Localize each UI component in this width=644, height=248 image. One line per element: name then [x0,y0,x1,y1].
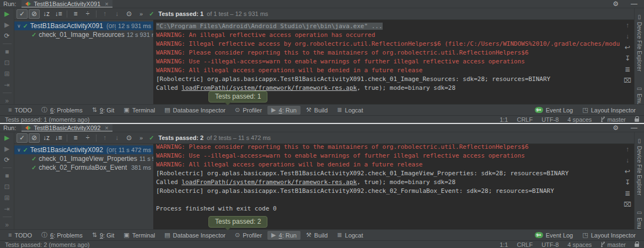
scroll-to-end-icon[interactable]: ↧ [625,180,630,186]
previous-occurrence-icon[interactable]: ↑ [99,133,110,143]
toolwindow-button-git[interactable]: ⇅9: Git [88,106,119,115]
sort-alphabetically-icon[interactable]: ↓z [41,133,52,143]
show-ignored-icon[interactable]: ⊘ [29,133,40,143]
rerun-icon[interactable]: ▶ [4,10,9,17]
screenshot-camera-icon[interactable]: ⊡ [4,184,9,190]
sort-by-duration-icon[interactable]: ↓≡ [53,133,64,143]
dock-emulator[interactable]: ▭Emulator [636,85,642,104]
toolwindow-button-logcat[interactable]: ≣Logcat [333,231,367,240]
scroll-up-icon[interactable]: ↑ [626,23,629,29]
test-history-icon[interactable]: ⊙ [124,9,135,19]
event-log-button[interactable]: 9+Event Log [531,231,577,240]
toggle-auto-test-icon[interactable]: ⟳ [4,33,9,39]
test-history-icon[interactable]: ⊙ [124,133,135,143]
scroll-down-icon[interactable]: ↓ [626,158,629,164]
line-endings[interactable]: CRLF [517,116,533,123]
file-encoding[interactable]: UTF-8 [541,116,559,123]
dock-device-file-explorer[interactable]: ▯Device File Explorer [636,138,642,195]
scroll-down-icon[interactable]: ↓ [626,34,629,40]
sort-alphabetically-icon[interactable]: ↓z [41,9,52,19]
print-icon[interactable]: ≣ [625,191,630,197]
close-icon[interactable]: × [105,125,108,131]
hide-window-icon[interactable]: — [631,125,637,131]
more-options-chevron-icon[interactable]: » [5,222,9,228]
test-tree-case-row[interactable]: ✓ check_01_ImageView_Properties 11 s 91 … [14,154,153,163]
clear-console-icon[interactable]: ⌧ [624,78,631,84]
indent-setting[interactable]: 4 spaces [567,241,592,248]
layout-inspector-button[interactable]: ◳Layout Inspector [578,231,640,240]
expand-arrow-icon[interactable]: ∨ [17,23,21,29]
close-icon[interactable]: × [105,1,108,7]
restore-layout-icon[interactable]: ⊞ [4,71,9,77]
show-ignored-icon[interactable]: ⊘ [29,9,40,19]
run-tab-x092[interactable]: TestB1BasicActivityX092 × [22,124,112,132]
dock-device-file-explorer[interactable]: ▯Device File Explorer [636,14,642,71]
toolwindow-button-database-inspector[interactable]: ▤Database Inspector [160,231,229,240]
test-tree-root-row[interactable]: ∨ ✓ TestB1BasicActivityX091 (org.aplas.b… [14,21,153,30]
caret-position[interactable]: 1:1 [500,116,508,123]
toolwindow-button-todo[interactable]: ≡TODO [4,231,36,240]
scroll-up-icon[interactable]: ↑ [626,147,629,153]
toolwindow-button-build[interactable]: ⚒Build [302,106,331,115]
indent-setting[interactable]: 4 spaces [567,116,592,123]
more-toolbar-chevron-icon[interactable]: » [139,10,143,17]
test-tree-case-row[interactable]: ✓ check_02_FormulaBox_Event 381 ms [14,163,153,172]
toolwindow-button-git[interactable]: ⇅9: Git [88,231,119,240]
caret-position[interactable]: 1:1 [500,241,508,248]
file-path-link[interactable]: loadFromPath(/system/framework/framework… [181,179,357,186]
previous-occurrence-icon[interactable]: ↑ [99,9,110,19]
git-branch-widget[interactable]: master [600,241,626,248]
toolwindow-button-run[interactable]: ▶4: Run [267,106,300,115]
next-occurrence-icon[interactable]: ↓ [111,133,122,143]
settings-gear-icon[interactable]: ⚙ [613,1,619,7]
expand-arrow-icon[interactable]: ∨ [17,147,21,153]
rerun-failed-tests-icon[interactable]: ▶ [4,145,9,152]
hide-window-icon[interactable]: — [631,1,637,7]
restore-layout-icon[interactable]: ⊞ [4,195,9,201]
file-path-link[interactable]: loadFromPath(/system/framework/framework… [181,84,357,91]
show-passed-icon[interactable]: ✓ [17,9,28,19]
expand-all-icon[interactable]: ≡ [70,9,81,19]
toolwindow-button-problems[interactable]: ⓘ6: Problems [37,231,87,240]
lock-icon[interactable] [635,244,639,247]
rerun-failed-tests-icon[interactable]: ▶ [4,21,9,28]
test-tree-case-row[interactable]: ✓ check_01_Image_Resources 12 s 931 ms [14,30,153,39]
toolwindow-button-build[interactable]: ⚒Build [302,231,331,240]
toolwindow-button-database-inspector[interactable]: ▤Database Inspector [160,106,229,115]
clear-console-icon[interactable]: ⌧ [624,202,631,208]
toolwindow-button-todo[interactable]: ≡TODO [4,106,36,115]
git-branch-widget[interactable]: master [600,116,626,123]
layout-inspector-button[interactable]: ◳Layout Inspector [578,106,640,115]
show-passed-icon[interactable]: ✓ [17,133,28,143]
toggle-auto-test-icon[interactable]: ⟳ [4,157,9,163]
expand-all-icon[interactable]: ≡ [70,133,81,143]
scroll-to-end-icon[interactable]: ↧ [625,56,630,62]
toolwindow-button-logcat[interactable]: ≣Logcat [333,106,367,115]
rerun-icon[interactable]: ▶ [4,134,9,141]
toolwindow-button-profiler[interactable]: ⊙Profiler [231,106,266,115]
collapse-all-icon[interactable]: ÷ [82,9,93,19]
soft-wrap-icon[interactable]: ↩ [625,45,630,51]
more-toolbar-chevron-icon[interactable]: » [139,134,143,141]
pin-tab-icon[interactable]: ⇥ [4,206,9,212]
toolwindow-button-terminal[interactable]: ▣Terminal [120,106,159,115]
dock-emulator[interactable]: ▭Emulator [636,209,642,229]
collapse-all-icon[interactable]: ÷ [82,133,93,143]
line-endings[interactable]: CRLF [517,241,533,248]
file-encoding[interactable]: UTF-8 [541,241,559,248]
event-log-button[interactable]: 9+Event Log [531,106,577,115]
toolwindow-button-terminal[interactable]: ▣Terminal [120,231,159,240]
run-tab-x091[interactable]: TestB1BasicActivityX091 × [22,0,112,8]
stop-icon[interactable]: ■ [5,48,9,55]
next-occurrence-icon[interactable]: ↓ [111,9,122,19]
pin-tab-icon[interactable]: ⇥ [4,82,9,88]
toolwindow-button-run[interactable]: ▶4: Run [267,231,300,240]
more-options-chevron-icon[interactable]: » [5,98,9,104]
screenshot-camera-icon[interactable]: ⊡ [4,60,9,66]
test-tree-root-row[interactable]: ∨ ✓ TestB1BasicActivityX092 (org.aplas.b… [14,145,153,154]
toolwindow-button-problems[interactable]: ⓘ6: Problems [37,106,87,115]
toolwindow-button-profiler[interactable]: ⊙Profiler [231,231,266,240]
settings-gear-icon[interactable]: ⚙ [613,125,619,131]
stop-icon[interactable]: ■ [5,172,9,179]
soft-wrap-icon[interactable]: ↩ [625,169,630,175]
